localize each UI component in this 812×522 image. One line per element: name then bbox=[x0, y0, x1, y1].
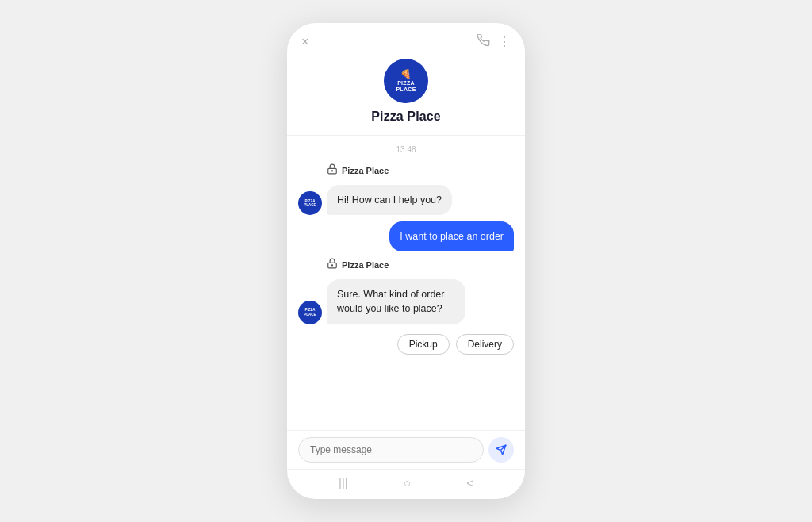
bot-icon-2 bbox=[327, 258, 338, 271]
message-row-user: I want to place an order bbox=[298, 221, 514, 251]
logo-text-line2: PLACE bbox=[396, 86, 416, 93]
more-icon[interactable]: ⋮ bbox=[498, 36, 511, 48]
nav-back-icon[interactable]: < bbox=[466, 476, 473, 489]
pizza-icon: 🍕 bbox=[400, 69, 412, 79]
brand-logo: 🍕 PIZZA PLACE bbox=[384, 59, 428, 103]
message-input[interactable] bbox=[298, 437, 484, 463]
bot-label-1: Pizza Place bbox=[327, 163, 514, 177]
send-icon bbox=[496, 444, 507, 455]
bubble-bot-1: Hi! How can I help you? bbox=[327, 185, 452, 215]
quick-replies: Pickup Delivery bbox=[298, 334, 514, 355]
message-row-bot-1: PIZZAPLACE Hi! How can I help you? bbox=[298, 185, 514, 215]
bubble-user: I want to place an order bbox=[389, 221, 514, 251]
bot-label-text-1: Pizza Place bbox=[342, 166, 389, 175]
brand-name: Pizza Place bbox=[371, 109, 440, 124]
bottom-nav: ||| ○ < bbox=[287, 469, 525, 499]
avatar-1: PIZZAPLACE bbox=[298, 191, 322, 215]
delivery-button[interactable]: Delivery bbox=[456, 334, 514, 355]
phone-icon[interactable] bbox=[477, 34, 490, 49]
send-button[interactable] bbox=[488, 437, 514, 463]
top-bar: × ⋮ bbox=[287, 23, 525, 54]
timestamp: 13:48 bbox=[298, 145, 514, 154]
close-icon[interactable]: × bbox=[301, 36, 308, 48]
svg-point-3 bbox=[331, 265, 332, 266]
bubble-bot-2: Sure. What kind of order would you like … bbox=[327, 279, 465, 324]
chat-header: 🍕 PIZZA PLACE Pizza Place bbox=[287, 54, 525, 136]
logo-text-line1: PIZZA bbox=[397, 80, 415, 86]
input-area bbox=[287, 430, 525, 469]
nav-home-icon[interactable]: ○ bbox=[404, 476, 411, 489]
svg-point-1 bbox=[331, 171, 332, 171]
avatar-2: PIZZAPLACE bbox=[298, 301, 322, 324]
nav-menu-icon[interactable]: ||| bbox=[339, 476, 348, 489]
message-row-bot-2: PIZZAPLACE Sure. What kind of order woul… bbox=[298, 279, 514, 324]
top-bar-icons: ⋮ bbox=[477, 34, 511, 49]
bot-label-2: Pizza Place bbox=[327, 258, 514, 271]
pickup-button[interactable]: Pickup bbox=[397, 334, 450, 355]
phone-frame: × ⋮ 🍕 PIZZA PLACE Pizza Place 13:48 bbox=[287, 23, 525, 499]
bot-label-text-2: Pizza Place bbox=[342, 260, 389, 270]
chat-area: 13:48 Pizza Place PIZZAPLACE Hi! How can… bbox=[287, 136, 525, 430]
bot-icon-1 bbox=[327, 163, 338, 177]
